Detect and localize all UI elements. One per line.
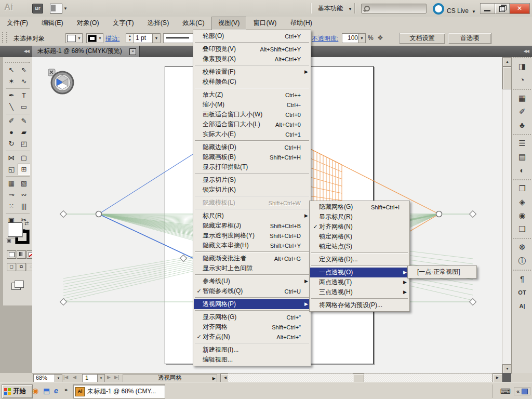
first-artboard-icon[interactable]: |◀ [63,375,68,380]
stroke-weight-dropdown[interactable]: ▼ [152,33,161,43]
scroll-right-icon[interactable]: ▶ [493,374,502,382]
menu-item[interactable]: 编辑视图... [194,355,310,365]
menubar-item[interactable]: 编辑(E) [35,17,70,30]
draw-normal-button[interactable]: ◻ [7,263,16,271]
graphic-styles-panel-icon[interactable]: ◉ [513,209,531,222]
zoom-level-dropdown[interactable]: ▼ [55,374,62,382]
symbols-panel-icon[interactable]: ♣ [513,118,531,132]
stroke-color-dropdown[interactable]: ▼ [86,33,103,43]
screen-mode-button[interactable] [11,281,25,291]
messenger-icon[interactable]: ⬒ [43,387,50,395]
status-flyout-icon[interactable]: ▶ [212,375,216,382]
transparency-panel-icon[interactable]: ◐ [513,164,531,177]
menu-item[interactable]: 隐藏边缘(D)Ctrl+H [194,142,310,152]
perspective-grid-tool[interactable]: ⊞ [18,164,30,175]
menu-item[interactable]: ✓对齐点(N)Alt+Ctrl+" [194,332,310,342]
paragraph-panel-icon[interactable]: ¶ [513,272,531,286]
menu-item[interactable]: 参考线(U)▶ [194,276,310,286]
lasso-tool[interactable]: ∿ [18,76,30,87]
opacity-value[interactable]: 100 [342,33,360,43]
navigator-panel-icon[interactable]: ☸ [513,241,531,254]
arrange-documents-button[interactable] [50,4,62,14]
swatches-panel-icon[interactable]: ▦ [513,91,531,105]
menubar-item[interactable]: 视图(V) [211,17,247,30]
menu-item[interactable]: 叠印预览(V)Alt+Shift+Ctrl+Y [194,44,310,54]
menu-item[interactable]: 定义网格(D)... [310,255,409,264]
gradient-tool[interactable]: ▧ [18,178,30,189]
menu-item[interactable]: 像素预览(X)Alt+Ctrl+Y [194,54,310,64]
menu-item[interactable]: 隐藏文本串接(H)Shift+Ctrl+Y [194,241,310,250]
width-tool[interactable]: ⋈ [5,152,18,164]
column-graph-tool[interactable]: ||| [18,201,30,212]
preferences-button[interactable]: 首选项 [448,33,491,44]
menu-item[interactable]: [一点-正常视图] [408,267,476,277]
media-player-icon[interactable]: ◉ [32,387,38,395]
restore-button[interactable] [495,3,510,14]
plane-switching-widget[interactable] [48,69,75,96]
menu-item[interactable]: 隐藏定界框(J)Shift+Ctrl+B [194,221,310,231]
pen-tool[interactable]: ✒ [5,90,18,101]
menu-item[interactable]: 轮廓(O)Ctrl+Y [194,31,310,41]
color-mode-button[interactable] [7,250,16,259]
workspace-switcher[interactable]: 基本功能▼ [318,4,352,13]
menu-item[interactable]: 显示标尺(R) [310,212,409,222]
mesh-tool[interactable]: ▦ [5,178,18,189]
stroke-weight-value[interactable]: 1 pt [133,33,155,43]
stroke-link[interactable]: 描边: [105,34,119,43]
links-panel-icon[interactable]: ❏ [513,222,531,236]
menu-item[interactable]: 显示网格(G)Ctrl+" [194,312,310,322]
tools-grip[interactable] [5,58,30,63]
menu-item[interactable]: 三点透视(H)▶ [310,287,409,297]
keyboard-layout-icon[interactable]: ⌨ [500,387,511,395]
document-close-icon[interactable]: × [129,48,136,55]
menu-item[interactable]: 全部适合窗口大小(L)Alt+Ctrl+0 [194,119,310,129]
eraser-tool[interactable]: ▰ [18,127,30,138]
opacity-link[interactable]: 不透明度: [312,34,338,43]
tray-collapse-icon[interactable]: « [516,388,520,394]
volume-icon[interactable] [522,389,528,394]
zoom-level-value[interactable]: 68% [33,374,57,382]
horizontal-scrollbar[interactable] [228,374,492,382]
menu-item[interactable]: 锁定切片(K) [194,185,310,195]
color-guide-panel-icon[interactable]: ◔ [513,73,531,87]
blob-brush-tool[interactable]: ● [5,127,18,138]
brushes-panel-icon[interactable]: ✐ [513,105,531,118]
swap-fill-stroke-icon[interactable]: ⇄ [24,220,29,226]
menu-item[interactable]: 锁定网格(K) [310,232,409,242]
menubar-item[interactable]: 文件(F) [0,17,35,30]
vertical-scrollbar[interactable]: ▲ ▼ [502,57,512,373]
free-transform-tool[interactable]: ▢ [18,152,30,164]
draw-behind-button[interactable]: ⧉ [17,263,26,271]
character-panel-icon[interactable]: A| [513,299,531,313]
horizontal-scroll-thumb[interactable] [353,374,364,382]
grid-control-handle[interactable] [470,211,476,218]
collapse-panel-icon[interactable]: ◀◀ [524,49,529,54]
shape-builder-tool[interactable]: ◱ [5,164,18,175]
symbol-sprayer-tool[interactable]: ⁙ [5,201,18,212]
eyedropper-tool[interactable]: ⊸ [5,189,18,201]
menu-item[interactable]: 校样设置(F)▶ [194,67,310,77]
selection-tool[interactable]: ↖ [5,64,18,76]
fill-proxy[interactable] [8,222,22,237]
close-button[interactable]: ✕ [509,3,530,14]
menu-item[interactable]: ✓对齐网格(N) [310,222,409,232]
info-panel-icon[interactable]: ⓘ [513,254,531,268]
gradient-panel-icon[interactable]: ▤ [513,150,531,164]
minimize-button[interactable] [480,3,495,14]
grid-control-handle[interactable] [60,211,67,218]
default-fill-stroke-icon[interactable]: ▣ [7,238,11,243]
artboard-number-dropdown[interactable]: ▼ [97,374,105,382]
menu-item[interactable]: 显示实时上色间隙 [194,263,310,273]
menu-item[interactable]: 隐藏模板(L)Shift+Ctrl+W [194,198,310,208]
menubar-item[interactable]: 帮助(H) [284,17,319,30]
paintbrush-tool[interactable]: ✐ [5,115,18,127]
menu-item[interactable]: 显示透明度网格(Y)Shift+Ctrl+D [194,231,310,241]
prev-artboard-icon[interactable]: ◀ [73,375,76,380]
start-button[interactable]: 开始 [2,384,33,398]
magic-wand-tool[interactable]: ✶ [5,76,18,87]
line-segment-tool[interactable]: ╲ [5,101,18,113]
menu-item[interactable]: 锁定站点(S) [310,242,409,251]
grid-control-handle[interactable] [180,255,187,262]
scale-tool[interactable]: ◰ [18,138,30,150]
menu-item[interactable]: 校样颜色(C) [194,77,310,87]
